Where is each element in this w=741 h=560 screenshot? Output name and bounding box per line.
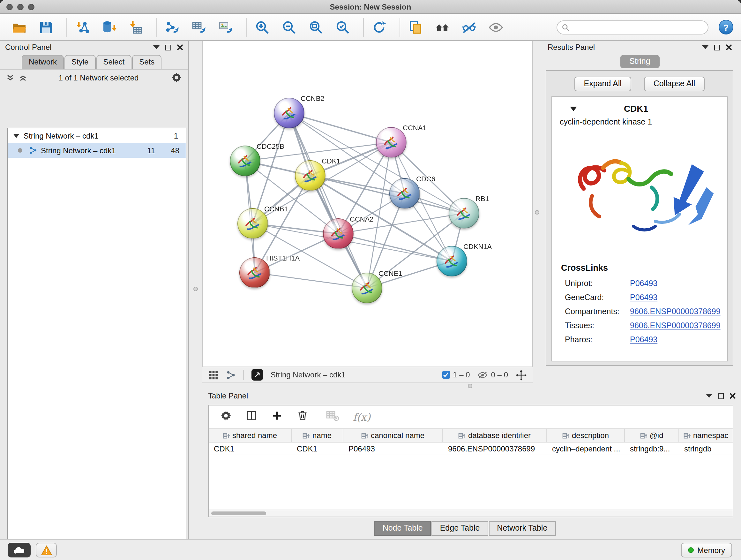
memory-button[interactable]: Memory — [681, 543, 732, 557]
tab-network-table[interactable]: Network Table — [488, 521, 556, 536]
panel-float-button[interactable] — [718, 393, 724, 399]
crosslink-tissues-link[interactable]: 9606.ENSP00000378699 — [630, 319, 721, 333]
panel-close-button[interactable] — [177, 44, 183, 51]
tab-sets[interactable]: Sets — [132, 55, 161, 69]
network-node-CCNA1[interactable] — [376, 127, 407, 158]
tab-edge-table[interactable]: Edge Table — [432, 521, 488, 536]
function-builder-button[interactable]: f(x) — [353, 411, 370, 423]
collection-expand-icon[interactable] — [13, 134, 19, 138]
column-header-namespace[interactable]: namespac — [679, 429, 733, 442]
zoom-fit-button[interactable] — [307, 18, 325, 36]
cell-shared-name[interactable]: CDK1 — [209, 442, 292, 455]
network-view-mode-button[interactable] — [226, 370, 235, 380]
column-header-description[interactable]: description — [547, 429, 625, 442]
table-horizontal-scrollbar[interactable] — [209, 509, 733, 516]
tab-style[interactable]: Style — [64, 55, 95, 69]
cell-description[interactable]: cyclin–dependent ... — [547, 442, 625, 455]
network-node-HIST1H1A[interactable] — [239, 257, 270, 288]
import-network-database-button[interactable] — [100, 18, 118, 36]
tab-network[interactable]: Network — [22, 55, 64, 69]
column-header-name[interactable]: name — [292, 429, 343, 442]
splitter-handle[interactable] — [468, 384, 472, 388]
import-network-file-button[interactable] — [73, 18, 91, 36]
collection-row[interactable]: String Network – cdk1 1 — [8, 128, 186, 143]
zoom-out-button[interactable] — [280, 18, 298, 36]
network-edge[interactable] — [289, 113, 391, 142]
splitter-handle[interactable] — [193, 287, 198, 291]
glasses-toggle-button[interactable] — [460, 18, 478, 36]
fit-content-button[interactable] — [516, 369, 527, 380]
cell-at-id[interactable]: stringdb:9... — [625, 442, 679, 455]
column-header-canonical-name[interactable]: canonical name — [343, 429, 443, 442]
birdseye-view-button[interactable] — [252, 369, 263, 381]
network-row-selected[interactable]: String Network – cdk1 11 48 — [8, 143, 186, 158]
network-node-CDC25B[interactable] — [230, 145, 260, 176]
results-tab-string[interactable]: String — [620, 55, 660, 68]
panel-menu-button[interactable] — [706, 394, 712, 398]
network-node-CCNA2[interactable] — [323, 219, 354, 249]
collapse-all-button[interactable]: Collapse All — [644, 77, 705, 91]
cell-database-identifier[interactable]: 9606.ENSP00000378699 — [443, 442, 547, 455]
section-collapse-button[interactable] — [570, 106, 577, 111]
cloud-services-button[interactable] — [8, 543, 30, 557]
duplicate-network-button[interactable] — [407, 18, 424, 36]
string-home-button[interactable] — [433, 18, 451, 36]
delete-column-button[interactable] — [297, 410, 308, 424]
tab-node-table[interactable]: Node Table — [374, 521, 431, 536]
expand-all-networks-button[interactable] — [6, 74, 14, 81]
panel-close-button[interactable] — [730, 393, 736, 399]
selected-nodes-checkbox-icon[interactable] — [442, 371, 450, 379]
network-edge[interactable] — [289, 113, 367, 288]
zoom-in-button[interactable] — [253, 18, 271, 36]
column-header-shared-name[interactable]: shared name — [209, 429, 292, 442]
splitter-handle[interactable] — [535, 210, 539, 214]
save-session-button[interactable] — [37, 18, 55, 36]
network-node-CDKN1A[interactable] — [436, 246, 467, 276]
tab-select[interactable]: Select — [96, 55, 131, 69]
panel-close-button[interactable] — [726, 44, 732, 51]
cell-namespace[interactable]: stringdb — [679, 442, 733, 455]
network-node-CDK1[interactable] — [295, 160, 326, 191]
search-input[interactable] — [556, 20, 709, 34]
network-node-RB1[interactable] — [449, 198, 479, 229]
collapse-all-networks-button[interactable] — [19, 74, 27, 81]
crosslink-uniprot-link[interactable]: P06493 — [630, 276, 657, 291]
panel-menu-button[interactable] — [702, 45, 709, 49]
panel-menu-button[interactable] — [153, 45, 159, 49]
show-columns-button[interactable] — [246, 410, 257, 424]
zoom-selected-button[interactable] — [334, 18, 352, 36]
open-session-button[interactable] — [10, 18, 28, 36]
import-table-button[interactable] — [127, 18, 145, 36]
help-button[interactable]: ? — [719, 20, 733, 35]
network-node-CCNB1[interactable] — [238, 208, 268, 239]
column-header-at-id[interactable]: @id — [625, 429, 679, 442]
column-header-database-identifier[interactable]: database identifier — [443, 429, 547, 442]
network-node-CCNE1[interactable] — [352, 273, 382, 303]
expand-all-button[interactable]: Expand All — [575, 77, 631, 91]
crosslink-pharos-link[interactable]: P06493 — [630, 333, 657, 347]
grid-view-button[interactable] — [209, 370, 218, 380]
network-edge[interactable] — [338, 234, 452, 261]
warnings-button[interactable] — [36, 543, 57, 557]
table-row[interactable]: CDK1 CDK1 P06493 9606.ENSP00000378699 cy… — [209, 442, 733, 455]
cell-canonical-name[interactable]: P06493 — [343, 442, 443, 455]
crosslink-compartments-link[interactable]: 9606.ENSP00000378699 — [630, 305, 721, 319]
eye-toggle-button[interactable] — [487, 18, 505, 36]
panel-float-button[interactable] — [165, 44, 171, 50]
network-options-button[interactable] — [171, 72, 182, 83]
delete-table-button[interactable] — [326, 410, 339, 424]
panel-float-button[interactable] — [714, 44, 720, 50]
export-image-button[interactable] — [217, 18, 235, 36]
network-canvas[interactable]: CCNB2CCNA1CDC25BCDK1CDC6RB1CCNB1CCNA2CDK… — [202, 41, 533, 367]
add-column-button[interactable] — [271, 410, 283, 424]
scrollbar-thumb[interactable] — [211, 511, 266, 515]
network-edge[interactable] — [255, 273, 367, 288]
cell-name[interactable]: CDK1 — [292, 442, 343, 455]
crosslink-genecard-link[interactable]: P06493 — [630, 291, 657, 305]
export-network-button[interactable] — [163, 18, 181, 36]
export-table-button[interactable] — [190, 18, 208, 36]
layout-refresh-button[interactable] — [370, 18, 388, 36]
network-node-CDC6[interactable] — [389, 178, 420, 209]
table-settings-button[interactable] — [220, 410, 232, 424]
network-node-CCNB2[interactable] — [274, 98, 305, 128]
